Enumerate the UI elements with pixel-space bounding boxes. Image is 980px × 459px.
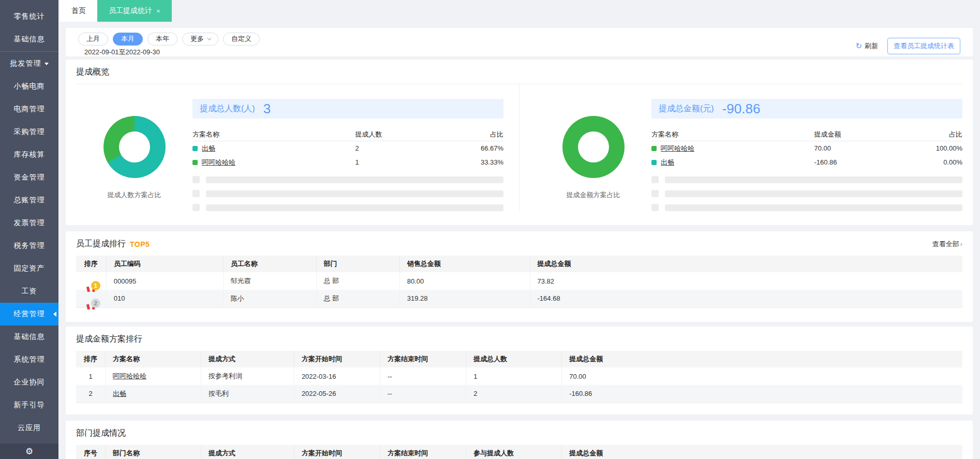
col-commission-method: 提成方式 xyxy=(201,351,294,367)
scheme-link[interactable]: 出畅 xyxy=(202,144,215,153)
people-panel: 提成人数方案占比 提成总人数(人) 3 方案名称 提成人数 占比 xyxy=(76,84,519,211)
sidebar-item-xiaochang-ecommerce[interactable]: 小畅电商 xyxy=(0,75,58,98)
tab-home[interactable]: 首页 xyxy=(60,0,97,22)
sidebar-item-wholesale[interactable]: 批发管理 xyxy=(0,52,58,75)
refresh-button[interactable]: ↻ 刷新 xyxy=(855,41,878,51)
sidebar-item-cloud-apps[interactable]: 云应用 xyxy=(0,417,58,439)
scheme-link[interactable]: 呵呵哈哈哈 xyxy=(202,158,235,167)
tab-bar: 首页 员工提成统计 × xyxy=(58,0,980,22)
col-total-commission: 提成总金额 xyxy=(562,445,962,459)
employee-name: 陈小 xyxy=(223,290,316,307)
scheme-link[interactable]: 呵呵哈哈哈 xyxy=(661,144,694,153)
people-count-value: 1 xyxy=(355,158,457,166)
col-total-people: 提成总人数 xyxy=(466,351,562,367)
col-amount: 提成金额 xyxy=(814,130,916,139)
pill-this-month[interactable]: 本月 xyxy=(113,33,143,46)
sidebar-item-label: 云应用 xyxy=(18,423,41,433)
rank-number: 1 xyxy=(91,281,100,290)
sidebar-item-basic-info-2[interactable]: 基础信息 xyxy=(0,325,58,348)
total-commission: 70.00 xyxy=(562,367,962,385)
people-legend-header: 方案名称 提成人数 占比 xyxy=(192,128,503,141)
amount-legend-header: 方案名称 提成金额 占比 xyxy=(651,128,962,141)
total-sales: 80.00 xyxy=(399,272,530,290)
col-department-name: 部门名称 xyxy=(106,445,201,459)
sidebar-item-beginner-guide[interactable]: 新手引导 xyxy=(0,394,58,417)
col-rank: 排序 xyxy=(76,256,106,272)
sidebar-item-tax[interactable]: 税务管理 xyxy=(0,234,58,257)
date-range-text: 2022-09-01至2022-09-30 xyxy=(78,48,260,57)
col-start-date: 方案开始时间 xyxy=(294,351,380,367)
pill-custom[interactable]: 自定义 xyxy=(223,33,260,46)
col-rank: 排序 xyxy=(76,351,106,367)
sidebar-item-ecommerce[interactable]: 电商管理 xyxy=(0,98,58,121)
sidebar-item-label: 企业协同 xyxy=(14,378,45,387)
sidebar-item-label: 库存核算 xyxy=(14,150,45,159)
commission-method: 按参考利润 xyxy=(201,367,294,385)
sidebar-item-funds[interactable]: 资金管理 xyxy=(0,166,58,189)
table-header-row: 排序 员工编码 员工名称 部门 销售总金额 提成总金额 xyxy=(76,256,962,272)
pill-this-year[interactable]: 本年 xyxy=(147,33,177,46)
skeleton-row xyxy=(192,190,503,197)
sidebar-item-fixed-assets[interactable]: 固定资产 xyxy=(0,257,58,280)
series-color-dot xyxy=(192,146,198,151)
skeleton-row xyxy=(651,176,962,183)
col-scheme-name: 方案名称 xyxy=(192,130,355,139)
close-icon[interactable]: × xyxy=(156,7,160,15)
sidebar-item-label: 零售统计 xyxy=(14,12,45,21)
active-indicator-icon xyxy=(53,312,56,317)
total-commission: -160.86 xyxy=(562,385,962,403)
skeleton-row xyxy=(192,204,503,211)
pill-more[interactable]: 更多 xyxy=(182,33,218,46)
sidebar-item-system[interactable]: 系统管理 xyxy=(0,348,58,371)
sidebar-item-payroll[interactable]: 工资 xyxy=(0,280,58,303)
col-index: 序号 xyxy=(76,445,106,459)
end-date: -- xyxy=(380,367,466,385)
refresh-label: 刷新 xyxy=(865,41,878,51)
col-scheme-name: 方案名称 xyxy=(106,351,201,367)
amount-chart-caption: 提成金额方案占比 xyxy=(535,190,651,200)
amount-value: 70.00 xyxy=(814,144,916,152)
table-header-row: 序号 部门名称 提成方式 方案开始时间 方案结束时间 参与提成人数 提成总金额 xyxy=(76,445,962,459)
employee-code: 010 xyxy=(106,290,223,307)
amount-stat-bar: 提成总金额(元) -90.86 xyxy=(651,99,962,119)
col-employee-name: 员工名称 xyxy=(223,256,316,272)
table-row: 1 呵呵哈哈哈 按参考利润 2022-03-16 -- 1 70.00 xyxy=(76,367,962,385)
col-total-sales: 销售总金额 xyxy=(399,256,530,272)
employee-code: 000095 xyxy=(106,272,223,290)
sidebar-footer: ⚙ xyxy=(0,443,58,459)
employee-name: 邹光霞 xyxy=(223,272,316,290)
top5-badge: TOP5 xyxy=(130,240,150,248)
sidebar-item-label: 基础信息 xyxy=(14,35,45,44)
sidebar-item-purchasing[interactable]: 采购管理 xyxy=(0,121,58,143)
pill-last-month[interactable]: 上月 xyxy=(78,33,108,46)
pill-more-label: 更多 xyxy=(190,34,204,43)
col-department: 部门 xyxy=(316,256,399,272)
legend-row: 呵呵哈哈哈 70.00 100.00% xyxy=(651,141,962,155)
table-row: 2 010 陈小 总 部 319.28 -164.68 xyxy=(76,290,962,307)
gear-icon[interactable]: ⚙ xyxy=(25,447,33,456)
scheme-link[interactable]: 呵呵哈哈哈 xyxy=(113,372,146,380)
sidebar-item-basic-info[interactable]: 基础信息 xyxy=(0,28,58,51)
section-title-department: 部门提成情况 xyxy=(76,428,126,439)
sidebar-item-label: 总账管理 xyxy=(14,196,45,205)
sidebar-item-business-management[interactable]: 经营管理 xyxy=(0,303,58,325)
total-people: 1 xyxy=(466,367,562,385)
chevron-down-icon xyxy=(207,36,211,40)
sidebar-item-collaboration[interactable]: 企业协同 xyxy=(0,371,58,394)
scheme-link[interactable]: 出畅 xyxy=(661,158,674,167)
sidebar-item-retail-stats[interactable]: 零售统计 xyxy=(0,5,58,28)
rank-number: 2 xyxy=(76,385,106,403)
col-percentage: 占比 xyxy=(457,130,503,139)
percentage-value: 33.33% xyxy=(457,158,503,166)
view-commission-table-button[interactable]: 查看员工提成统计表 xyxy=(887,38,960,54)
sidebar-item-invoices[interactable]: 发票管理 xyxy=(0,212,58,234)
scheme-link[interactable]: 出畅 xyxy=(113,390,126,397)
col-people-count: 提成人数 xyxy=(355,130,457,139)
sidebar-item-ledger[interactable]: 总账管理 xyxy=(0,189,58,212)
view-all-link[interactable]: 查看全部› xyxy=(932,240,962,249)
sidebar-item-label: 批发管理 xyxy=(10,59,41,68)
amount-donut-chart xyxy=(562,116,625,178)
sidebar-item-inventory[interactable]: 库存核算 xyxy=(0,143,58,166)
amount-stat-value: -90.86 xyxy=(722,101,761,117)
tab-employee-commission-stats[interactable]: 员工提成统计 × xyxy=(97,0,172,22)
